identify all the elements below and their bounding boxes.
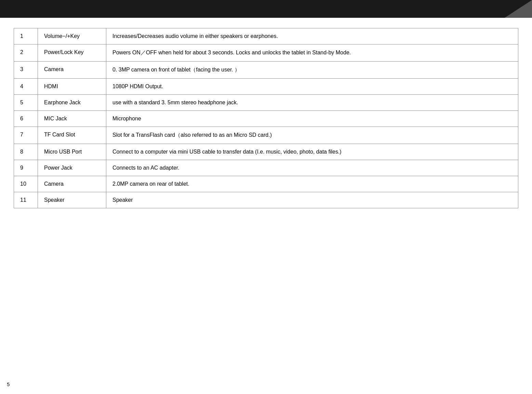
row-number: 6	[14, 111, 38, 127]
row-feature-name: Power Jack	[38, 160, 106, 176]
page-number: 5	[7, 381, 10, 387]
row-feature-name: Power/Lock Key	[38, 44, 106, 62]
row-feature-name: Speaker	[38, 192, 106, 208]
row-description: Connect to a computer via mini USB cable…	[106, 144, 518, 160]
row-feature-name: TF Card Slot	[38, 127, 106, 144]
row-feature-name: Camera	[38, 176, 106, 192]
row-description: Microphone	[106, 111, 518, 127]
row-number: 10	[14, 176, 38, 192]
row-feature-name: MIC Jack	[38, 111, 106, 127]
table-row: 10Camera2.0MP camera on rear of tablet.	[14, 176, 518, 192]
row-feature-name: Volume−/+Key	[38, 28, 106, 44]
row-description: Speaker	[106, 192, 518, 208]
row-description: Increases/Decreases audio volume in eith…	[106, 28, 518, 44]
row-number: 11	[14, 192, 38, 208]
table-row: 9Power JackConnects to an AC adapter.	[14, 160, 518, 176]
row-number: 4	[14, 79, 38, 95]
row-number: 7	[14, 127, 38, 144]
table-row: 7TF Card Slot Slot for a TransFlash card…	[14, 127, 518, 144]
row-number: 8	[14, 144, 38, 160]
table-row: 2Power/Lock KeyPowers ON／OFF when held f…	[14, 44, 518, 62]
row-number: 2	[14, 44, 38, 62]
row-description: Powers ON／OFF when held for about 3 seco…	[106, 44, 518, 62]
row-feature-name: Micro USB Port	[38, 144, 106, 160]
row-feature-name: Camera	[38, 62, 106, 79]
row-number: 3	[14, 62, 38, 79]
row-description: Slot for a TransFlash card（also referred…	[106, 127, 518, 144]
table-row: 6MIC JackMicrophone	[14, 111, 518, 127]
row-feature-name: HDMI	[38, 79, 106, 95]
table-row: 8Micro USB PortConnect to a computer via…	[14, 144, 518, 160]
row-feature-name: Earphone Jack	[38, 95, 106, 111]
table-row: 3 Camera0. 3MP camera on front of tablet…	[14, 62, 518, 79]
row-description: use with a standard 3. 5mm stereo headph…	[106, 95, 518, 111]
header-bar	[0, 0, 532, 18]
table-row: 11SpeakerSpeaker	[14, 192, 518, 208]
row-description: Connects to an AC adapter.	[106, 160, 518, 176]
row-number: 1	[14, 28, 38, 44]
main-content: 1Volume−/+KeyIncreases/Decreases audio v…	[0, 18, 532, 222]
row-description: 1080P HDMI Output.	[106, 79, 518, 95]
row-description: 0. 3MP camera on front of tablet（facing …	[106, 62, 518, 79]
row-number: 5	[14, 95, 38, 111]
row-number: 9	[14, 160, 38, 176]
table-row: 1Volume−/+KeyIncreases/Decreases audio v…	[14, 28, 518, 44]
features-table: 1Volume−/+KeyIncreases/Decreases audio v…	[14, 28, 518, 208]
row-description: 2.0MP camera on rear of tablet.	[106, 176, 518, 192]
table-row: 4HDMI1080P HDMI Output.	[14, 79, 518, 95]
table-row: 5Earphone Jackuse with a standard 3. 5mm…	[14, 95, 518, 111]
